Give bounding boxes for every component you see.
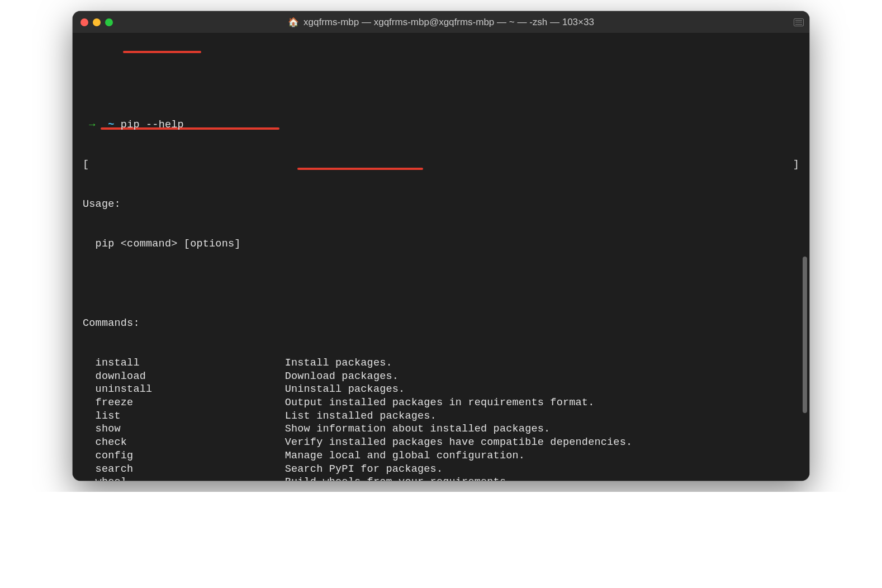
command-row: check Verify installed packages have com… — [73, 436, 809, 449]
annotation-underline — [123, 51, 201, 53]
command-row: config Manage local and global configura… — [73, 449, 809, 463]
title-text: xgqfrms-mbp — xgqfrms-mbp@xgqfrms-mbp — … — [304, 17, 594, 28]
prompt-arrow: → — [89, 119, 95, 131]
command-row: download Download packages. — [73, 370, 809, 383]
bracket-line: [] — [73, 158, 809, 172]
usage-header: Usage: — [73, 198, 809, 211]
commands-list: install Install packages. download Downl… — [73, 357, 809, 481]
command-row: list List installed packages. — [73, 410, 809, 423]
minimize-button[interactable] — [93, 18, 101, 26]
bracket-close: ] — [793, 158, 799, 172]
scrollbar-track[interactable] — [802, 37, 807, 476]
annotation-underline — [297, 168, 423, 170]
usage-line: pip <command> [options] — [73, 238, 809, 251]
terminal-content[interactable]: → ~ pip --help [] Usage: pip <command> [… — [73, 34, 809, 481]
prompt-line: → ~ pip --help — [73, 118, 809, 132]
command-row: freeze Output installed packages in requ… — [73, 396, 809, 410]
command-row: show Show information about installed pa… — [73, 423, 809, 436]
home-folder-icon: 🏠 — [288, 17, 299, 27]
bracket-open: [ — [83, 158, 89, 172]
command-row: search Search PyPI for packages. — [73, 463, 809, 476]
command-row: uninstall Uninstall packages. — [73, 383, 809, 396]
command-row: install Install packages. — [73, 357, 809, 370]
prompt-command: pip --help — [121, 119, 184, 131]
commands-header: Commands: — [73, 317, 809, 330]
window-title: 🏠 xgqfrms-mbp — xgqfrms-mbp@xgqfrms-mbp … — [80, 17, 802, 28]
scrollbar-thumb[interactable] — [803, 257, 807, 413]
command-row: wheel Build wheels from your requirement… — [73, 476, 809, 481]
maximize-button[interactable] — [105, 18, 113, 26]
close-button[interactable] — [80, 18, 88, 26]
prompt-path: ~ — [108, 119, 114, 131]
terminal-window: 🏠 xgqfrms-mbp — xgqfrms-mbp@xgqfrms-mbp … — [73, 11, 809, 481]
blank-line — [73, 277, 809, 291]
traffic-lights — [80, 18, 113, 26]
panel-menu-icon[interactable] — [794, 18, 804, 26]
titlebar[interactable]: 🏠 xgqfrms-mbp — xgqfrms-mbp@xgqfrms-mbp … — [73, 11, 809, 34]
